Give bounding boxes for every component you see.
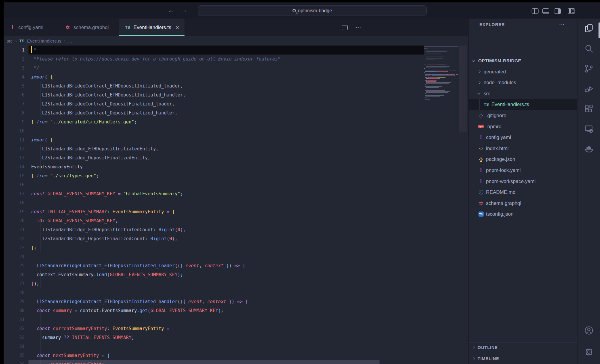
code-line-4[interactable]: 4import { bbox=[4, 73, 424, 81]
sidebar-section-timeline[interactable]: TIMELINE bbox=[472, 356, 499, 361]
toggle-panel-icon[interactable] bbox=[542, 8, 549, 14]
tree-item-label: .gitignore bbox=[486, 113, 506, 118]
code-line-18[interactable]: 18 bbox=[4, 198, 424, 207]
code-line-28[interactable]: 28 bbox=[4, 288, 424, 297]
code-line-31[interactable]: 31 bbox=[4, 315, 424, 324]
file-pnpm-lock.yaml[interactable]: !pnpm-lock.yaml bbox=[469, 165, 577, 176]
file-eventhandlers.ts[interactable]: TSEventHandlers.ts bbox=[469, 99, 577, 110]
breadcrumb-item-src[interactable]: src bbox=[7, 38, 13, 43]
folder-src[interactable]: src bbox=[469, 88, 577, 99]
code-editor[interactable]: 1*2 *Please refer to https://docs.envio.… bbox=[4, 46, 468, 364]
line-content: const nextSummaryEntity = { bbox=[31, 351, 110, 360]
file-optimism-bridge[interactable]: OPTIMISM-BRIDGE bbox=[469, 55, 577, 66]
code-line-19[interactable]: 19const INITIAL_EVENTS_SUMMARY: EventsSu… bbox=[4, 207, 424, 216]
code-line-29[interactable]: 29 L1StandardBridgeContract_ETHDepositIn… bbox=[4, 297, 424, 306]
sidebar-section-outline[interactable]: OUTLINE bbox=[472, 345, 498, 350]
toggle-primary-sidebar-icon[interactable] bbox=[532, 8, 538, 14]
code-line-16[interactable]: 16 bbox=[4, 180, 424, 189]
breadcrumb-item-file[interactable]: EventHandlers.ts bbox=[27, 38, 61, 43]
code-line-35[interactable]: 35 const nextSummaryEntity = { bbox=[4, 351, 424, 360]
graphql-icon bbox=[64, 25, 71, 30]
line-number: 34 bbox=[4, 342, 25, 351]
code-line-15[interactable]: 15} from "./src/Types.gen"; bbox=[4, 171, 424, 180]
file-schema.graphql[interactable]: schema.graphql bbox=[469, 198, 577, 209]
remote-explorer-icon[interactable] bbox=[584, 124, 594, 134]
code-line-3[interactable]: 3 */ bbox=[4, 64, 424, 73]
code-line-12[interactable]: 12 L1StandardBridge_ETHDepositInitiatedE… bbox=[4, 144, 424, 153]
tab-schema.graphql[interactable]: schema.graphql bbox=[59, 19, 114, 36]
back-arrow-icon[interactable]: ← bbox=[168, 6, 175, 14]
folder-generated[interactable]: generated bbox=[469, 66, 577, 77]
code-line-26[interactable]: 26 context.EventsSummary.load(GLOBAL_EVE… bbox=[4, 270, 424, 279]
tree-item-label: tsconfig.json bbox=[486, 211, 514, 217]
tsconfig-icon: TS bbox=[478, 212, 484, 217]
code-line-8[interactable]: 8 L2StandardBridgeContract_DepositFinali… bbox=[4, 108, 424, 117]
code-line-22[interactable]: 22 l2StandardBridge_DepositFinalizedCoun… bbox=[4, 234, 424, 243]
code-line-24[interactable]: 24 bbox=[4, 252, 424, 261]
code-line-27[interactable]: 27}); bbox=[4, 279, 424, 288]
line-number: 15 bbox=[4, 171, 25, 180]
file-pnpm-workspace.yaml[interactable]: !pnpm-workspace.yaml bbox=[469, 176, 577, 187]
files-icon[interactable] bbox=[584, 23, 594, 34]
code-line-20[interactable]: 20 id: GLOBAL_EVENTS_SUMMARY_KEY, bbox=[4, 216, 424, 225]
file-config.yaml[interactable]: !config.yaml bbox=[469, 132, 577, 143]
code-line-10[interactable]: 10 bbox=[4, 126, 424, 135]
file-tsconfig.json[interactable]: TStsconfig.json bbox=[469, 209, 577, 220]
settings-icon[interactable] bbox=[584, 347, 594, 357]
toggle-secondary-sidebar-icon[interactable] bbox=[554, 8, 561, 14]
code-line-17[interactable]: 17const GLOBAL_EVENTS_SUMMARY_KEY = "Glo… bbox=[4, 189, 424, 198]
indent-guide bbox=[40, 144, 40, 171]
minimap[interactable] bbox=[424, 46, 458, 100]
code-line-14[interactable]: 14EventsSummaryEntity bbox=[4, 162, 424, 171]
indent-guide bbox=[36, 55, 36, 73]
file-readme.md[interactable]: iREADME.md bbox=[469, 187, 577, 198]
horizontal-scrollbar[interactable] bbox=[28, 360, 380, 364]
code-line-11[interactable]: 11import { bbox=[4, 135, 424, 144]
breadcrumb: src › TS EventHandlers.ts › ... bbox=[4, 36, 468, 46]
window-scrollbar-thumb[interactable] bbox=[598, 22, 600, 38]
run-and-debug-icon[interactable] bbox=[584, 84, 594, 94]
customize-layout-icon[interactable] bbox=[568, 8, 575, 14]
vscode-window: ← → optimism-bridge ⋯ !config.yamlschema… bbox=[0, 0, 600, 364]
code-line-21[interactable]: 21 l1StandardBridge_ETHDepositInitiatedC… bbox=[4, 225, 424, 234]
tree-item-label: README.md bbox=[486, 189, 515, 195]
forward-arrow-icon[interactable]: → bbox=[181, 6, 188, 14]
tab-EventHandlers.ts[interactable]: TSEventHandlers.ts× bbox=[119, 19, 184, 36]
line-content: L1StandardBridgeContract_ETHDepositIniti… bbox=[31, 81, 183, 90]
folder-node-modules[interactable]: node_modules bbox=[469, 77, 577, 88]
vertical-scrollbar[interactable] bbox=[459, 46, 467, 132]
file-.npmrc[interactable]: npm.npmrc bbox=[469, 121, 577, 132]
tab-config.yaml[interactable]: !config.yaml bbox=[4, 19, 49, 36]
code-line-5[interactable]: 5 L1StandardBridgeContract_ETHDepositIni… bbox=[4, 81, 424, 90]
source-control-icon[interactable] bbox=[584, 64, 594, 74]
code-line-13[interactable]: 13 L2StandardBridge_DepositFinalizedEnti… bbox=[4, 153, 424, 162]
info-icon: i bbox=[478, 190, 484, 194]
search-icon[interactable] bbox=[584, 43, 594, 54]
code-line-34[interactable]: 34 bbox=[4, 342, 424, 351]
code-line-9[interactable]: 9} from "../generated/src/Handlers.gen"; bbox=[4, 117, 424, 126]
code-line-1[interactable]: 1* bbox=[4, 46, 424, 55]
breadcrumb-item-symbol[interactable]: ... bbox=[68, 38, 72, 43]
command-center-search[interactable]: optimism-bridge bbox=[198, 5, 427, 16]
code-line-2[interactable]: 2 *Please refer to https://docs.envio.de… bbox=[4, 55, 424, 64]
more-actions-icon[interactable]: ⋯ bbox=[356, 24, 362, 31]
close-tab-icon[interactable]: × bbox=[176, 24, 179, 31]
split-editor-icon[interactable] bbox=[342, 25, 348, 30]
text-cursor bbox=[31, 46, 32, 53]
file-package.json[interactable]: {}package.json bbox=[469, 154, 577, 165]
code-line-7[interactable]: 7 L2StandardBridgeContract_DepositFinali… bbox=[4, 99, 424, 108]
account-icon[interactable] bbox=[584, 325, 594, 336]
file-index.html[interactable]: <>index.html bbox=[469, 143, 577, 154]
code-line-30[interactable]: 30 const summary = context.EventsSummary… bbox=[4, 306, 424, 315]
indent-guide bbox=[40, 270, 40, 288]
docker-icon[interactable] bbox=[584, 144, 594, 154]
code-line-32[interactable]: 32 const currentSummaryEntity: EventsSum… bbox=[4, 324, 424, 333]
line-number: 27 bbox=[4, 279, 25, 288]
code-line-33[interactable]: 33 summary ?? INITIAL_EVENTS_SUMMARY; bbox=[4, 333, 424, 342]
extensions-icon[interactable] bbox=[584, 104, 594, 114]
file-.gitignore[interactable]: .gitignore bbox=[469, 110, 577, 121]
code-line-6[interactable]: 6 L1StandardBridgeContract_ETHDepositIni… bbox=[4, 90, 424, 99]
code-line-23[interactable]: 23}; bbox=[4, 243, 424, 252]
code-line-25[interactable]: 25 L1StandardBridgeContract_ETHDepositIn… bbox=[4, 261, 424, 270]
explorer-more-actions-icon[interactable]: ⋯ bbox=[559, 21, 566, 28]
